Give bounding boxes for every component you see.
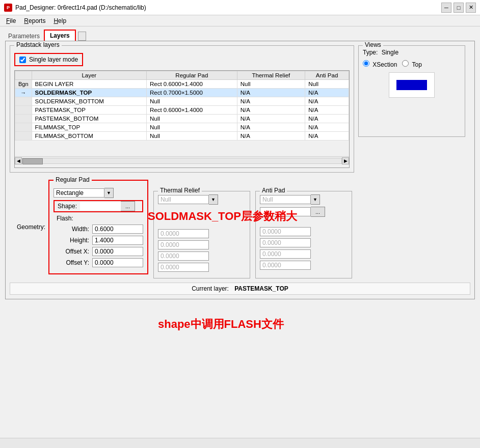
single-layer-mode-checkbox[interactable]	[19, 57, 26, 63]
ap-dropdown-btn[interactable]: ▼	[311, 194, 320, 205]
geometry-dropdown-btn[interactable]: ▼	[104, 188, 114, 198]
view-type-value: Single	[382, 49, 398, 56]
row-layer: FILMMASK_TOP	[32, 123, 146, 132]
annotation-shape: shape中调用FLASH文件	[158, 317, 284, 332]
menu-help[interactable]: Help	[49, 16, 70, 25]
scrollbar-thumb-x[interactable]	[22, 158, 43, 164]
tr-offsetx-input[interactable]	[158, 251, 209, 261]
flash-row: Flash:	[54, 214, 143, 222]
app-icon: P	[4, 4, 12, 12]
row-thermal-relief: Null	[237, 80, 305, 89]
menu-bar: File Reports Help	[0, 15, 480, 26]
maximize-button[interactable]: □	[454, 3, 464, 13]
flash-label: Flash:	[54, 214, 76, 222]
tab-extra[interactable]	[78, 32, 86, 41]
scroll-left-btn[interactable]: ◀	[15, 157, 22, 164]
radio-top-label[interactable]: Top	[402, 60, 421, 68]
tr-offsety-input[interactable]	[158, 263, 209, 272]
width-input[interactable]	[92, 225, 143, 234]
radio-xsection-label[interactable]: XSection	[363, 60, 397, 68]
tr-geometry-input[interactable]	[158, 195, 209, 204]
ap-shape-btn[interactable]: ...	[311, 207, 325, 217]
title-bar: P Pad_Designer: 0r6rect1r4.pad (D:/schem…	[0, 0, 480, 15]
height-input[interactable]	[92, 236, 143, 245]
offsetx-input[interactable]	[92, 247, 143, 256]
parameters-label: Parameters	[5, 32, 43, 41]
ap-shape-input[interactable]	[260, 207, 311, 216]
row-bgn	[15, 97, 32, 106]
row-regular-pad: Null	[146, 97, 237, 106]
layer-table-scroll[interactable]: Layer Regular Pad Thermal Relief Anti Pa…	[15, 71, 349, 156]
padstack-section: Padstack layers Single layer mode	[10, 45, 354, 177]
ap-geometry-input[interactable]	[260, 195, 311, 204]
layer-table-container: Layer Regular Pad Thermal Relief Anti Pa…	[14, 70, 350, 168]
scroll-right-btn[interactable]: ▶	[342, 157, 349, 164]
tab-layers[interactable]: Layers	[44, 30, 76, 41]
view-preview-rect	[396, 80, 427, 90]
regular-pad-group: Regular Pad ▼ Shape: ...	[48, 180, 148, 274]
tr-dropdown-btn[interactable]: ▼	[209, 194, 218, 205]
offsety-input[interactable]	[92, 258, 143, 267]
geometry-outer-row: Geometry: Regular Pad ▼ Shape: ...	[10, 180, 148, 274]
geometry-input[interactable]	[54, 188, 104, 198]
ap-geometry-row: ▼	[260, 194, 348, 205]
row-anti-pad: N/A	[305, 123, 349, 132]
current-layer-bar: Current layer: PASTEMASK_TOP	[10, 283, 470, 295]
tr-offsetx-row	[158, 251, 246, 261]
views-group: Views Type: Single XSection Top	[358, 45, 465, 137]
height-label: Height:	[54, 237, 89, 244]
ap-offsetx-input[interactable]	[260, 249, 311, 259]
row-anti-pad: N/A	[305, 106, 349, 115]
table-row[interactable]: PASTEMASK_BOTTOMNullN/AN/A	[15, 115, 349, 123]
main-panel: Padstack layers Single layer mode	[5, 41, 475, 299]
table-row[interactable]: FILMMASK_TOPNullN/AN/A	[15, 123, 349, 132]
padstack-group: Padstack layers Single layer mode	[10, 45, 354, 173]
view-type-row: Type: Single	[363, 49, 461, 56]
minimize-button[interactable]: ─	[441, 3, 451, 13]
status-bar	[0, 438, 480, 448]
views-title: Views	[363, 41, 383, 48]
row-layer: BEGIN LAYER	[32, 80, 146, 89]
row-layer: SOLDERMASK_TOP	[32, 89, 146, 97]
row-thermal-relief: N/A	[237, 123, 305, 132]
row-thermal-relief: N/A	[237, 106, 305, 115]
geometry-label: Geometry:	[10, 223, 45, 231]
bottom-area: Geometry: Regular Pad ▼ Shape: ...	[10, 180, 470, 278]
main-content: Parameters Layers Padstack layers Single…	[0, 26, 480, 302]
ap-offsety-row	[260, 261, 348, 270]
ap-height-input[interactable]	[260, 238, 311, 247]
table-row[interactable]: →SOLDERMASK_TOPRect 0.7000×1.5000N/AN/A	[15, 89, 349, 97]
radio-xsection[interactable]	[363, 60, 369, 67]
shape-input[interactable]	[80, 202, 121, 210]
width-label: Width:	[54, 226, 89, 233]
menu-reports[interactable]: Reports	[20, 16, 49, 25]
close-button[interactable]: ✕	[466, 3, 476, 13]
menu-file[interactable]: File	[2, 16, 20, 25]
tr-height-input[interactable]	[158, 240, 209, 249]
top-section: Padstack layers Single layer mode	[10, 45, 470, 177]
row-layer: PASTEMASK_TOP	[32, 106, 146, 115]
ap-width-input[interactable]	[260, 227, 311, 236]
row-thermal-relief: N/A	[237, 115, 305, 123]
row-anti-pad: N/A	[305, 89, 349, 97]
shape-dotdot-btn[interactable]: ...	[121, 201, 135, 211]
col-header-thermal-relief: Thermal Relief	[237, 71, 305, 80]
tab-bar: Parameters Layers	[5, 30, 475, 41]
col-header-regular-pad: Regular Pad	[146, 71, 237, 80]
table-row[interactable]: SOLDERMASK_BOTTOMNullN/AN/A	[15, 97, 349, 106]
view-type-label: Type:	[363, 49, 378, 56]
row-regular-pad: Null	[146, 132, 237, 141]
table-row[interactable]: BgnBEGIN LAYERRect 0.6000×1.4000NullNull	[15, 80, 349, 89]
regular-pad-title: Regular Pad	[54, 176, 92, 183]
window-title: Pad_Designer: 0r6rect1r4.pad (D:/schemat…	[15, 4, 441, 11]
radio-top[interactable]	[402, 60, 409, 67]
ap-offsety-input[interactable]	[260, 261, 311, 270]
row-bgn	[15, 132, 32, 141]
table-row[interactable]: PASTEMASK_TOPRect 0.6000×1.4000N/AN/A	[15, 106, 349, 115]
table-scrollbar-x[interactable]: ◀ ▶	[15, 156, 349, 164]
tr-width-input[interactable]	[158, 229, 209, 238]
tr-geometry-row: ▼	[158, 194, 246, 205]
row-layer: FILMMASK_BOTTOM	[32, 132, 146, 141]
tr-height-row	[158, 240, 246, 249]
table-row[interactable]: FILMMASK_BOTTOMNullN/AN/A	[15, 132, 349, 141]
